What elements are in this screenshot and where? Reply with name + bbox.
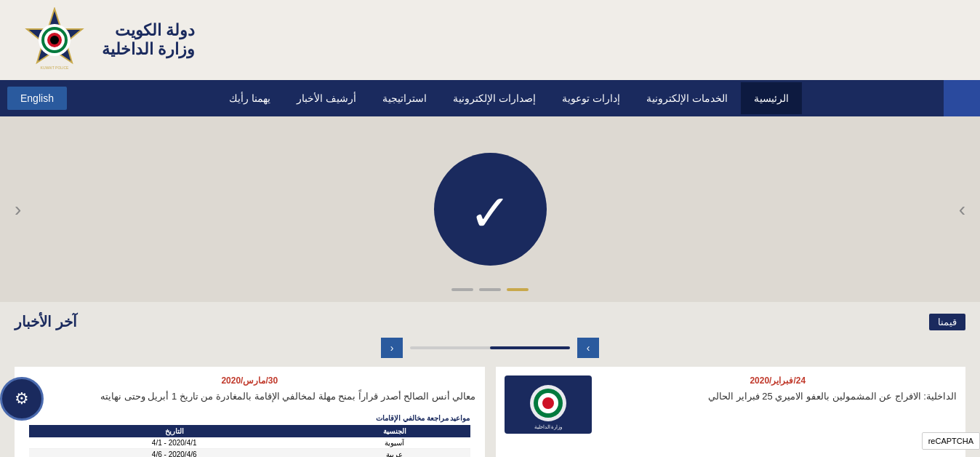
nav-right-bar <box>944 80 980 116</box>
header-title-main: دولة الكويت <box>102 21 195 40</box>
floating-widget[interactable]: ⚙ <box>0 377 44 421</box>
nav-item-awareness[interactable]: إدارات توعوية <box>549 82 633 114</box>
table-row-0: آسيوية2020/4/1 - 4/1 <box>29 437 470 449</box>
recaptcha-badge: reCAPTCHA <box>922 432 980 450</box>
hero-content: ✓ <box>0 116 980 302</box>
site-header: دولة الكويت وزارة الداخلية KUWAIT POLICE <box>0 0 980 80</box>
police-logo: KUWAIT POLICE <box>22 7 87 73</box>
table-cell-date-0: 2020/4/1 - 4/1 <box>29 437 319 449</box>
nav-items: الرئيسية الخدمات الإلكترونية إدارات توعو… <box>74 82 944 114</box>
news-next-button[interactable]: › <box>577 338 599 358</box>
news-more-button[interactable]: قيمنا <box>929 314 965 330</box>
news-card-1-text: الداخلية: الافراج عن المشمولين بالعفو ال… <box>599 389 957 405</box>
news-card-2-inner: 30/مارس/2020 معالي أنس الصالح أصدر قرارا… <box>23 375 476 457</box>
news-card-1-date: 24/فبراير/2020 <box>599 375 957 386</box>
table-cell-nationality-0: آسيوية <box>319 437 470 449</box>
news-card-1-image: وزارة الداخلية <box>505 375 592 434</box>
table-title: مواعيد مراجعة مخالفي الإقامات <box>29 414 470 422</box>
news-cards-container: وزارة الداخلية 24/فبراير/2020 الداخلية: … <box>15 367 965 457</box>
nav-item-home[interactable]: الرئيسية <box>741 82 802 114</box>
table-header-date: التاريخ <box>29 425 319 437</box>
slider-dot-2[interactable] <box>479 288 501 291</box>
news-card-1-content: 24/فبراير/2020 الداخلية: الافراج عن المش… <box>599 375 957 434</box>
slider-prev-button[interactable]: ‹ <box>7 191 28 228</box>
table-row-1: عربية2020/4/6 - 4/6 <box>29 448 470 457</box>
table-cell-date-1: 2020/4/6 - 4/6 <box>29 448 319 457</box>
slider-next-button[interactable]: › <box>952 191 973 228</box>
news-card-1-inner: وزارة الداخلية 24/فبراير/2020 الداخلية: … <box>505 375 957 434</box>
news-card-2-date: 30/مارس/2020 <box>23 375 476 386</box>
news-section: قيمنا آخر الأخبار › ‹ وزارة <box>0 302 980 457</box>
news-header: قيمنا آخر الأخبار <box>15 313 965 330</box>
news-prev-button[interactable]: ‹ <box>381 338 403 358</box>
svg-point-5 <box>50 36 59 44</box>
residency-table: الجنسية التاريخ آسيوية2020/4/1 - 4/1عربي… <box>29 425 470 457</box>
hero-circle: ✓ <box>434 153 547 266</box>
slider-dot-1[interactable] <box>507 288 529 291</box>
news-card-2: 30/مارس/2020 معالي أنس الصالح أصدر قرارا… <box>15 367 485 457</box>
nav-item-strategy[interactable]: استراتيجية <box>369 82 440 114</box>
news-progress-bar <box>410 346 570 349</box>
news-table-card: مواعيد مراجعة مخالفي الإقامات الجنسية ال… <box>23 408 476 457</box>
svg-text:وزارة الداخلية: وزارة الداخلية <box>534 424 562 430</box>
nav-item-news-archive[interactable]: أرشيف الأخبار <box>284 82 369 114</box>
svg-text:KUWAIT POLICE: KUWAIT POLICE <box>41 65 70 70</box>
hero-slider: ‹ ✓ › <box>0 116 980 302</box>
news-navigation: › ‹ <box>15 338 965 358</box>
hero-checkmark-icon: ✓ <box>469 188 512 239</box>
news-section-title: آخر الأخبار <box>15 313 77 330</box>
table-cell-nationality-1: عربية <box>319 448 470 457</box>
table-header-nationality: الجنسية <box>319 425 470 437</box>
news-progress-fill <box>490 346 570 349</box>
header-title-sub: وزارة الداخلية <box>102 40 195 59</box>
header-titles: دولة الكويت وزارة الداخلية <box>102 21 195 59</box>
nav-item-opinion[interactable]: يهمنا رأيك <box>216 82 284 114</box>
nav-item-publications[interactable]: إصدارات الإلكترونية <box>440 82 549 114</box>
main-nav: الرئيسية الخدمات الإلكترونية إدارات توعو… <box>0 80 980 116</box>
recaptcha-label: reCAPTCHA <box>928 437 973 445</box>
svg-point-11 <box>542 397 554 409</box>
news-card-2-text: معالي أنس الصالح أصدر قراراً بمنح مهلة ل… <box>23 389 476 405</box>
slider-dot-3[interactable] <box>451 288 473 291</box>
english-button[interactable]: English <box>7 87 67 110</box>
nav-item-eservices[interactable]: الخدمات الإلكترونية <box>633 82 741 114</box>
floating-widget-icon: ⚙ <box>15 389 29 408</box>
slider-dots <box>451 288 529 291</box>
news-card-1: وزارة الداخلية 24/فبراير/2020 الداخلية: … <box>496 367 966 457</box>
